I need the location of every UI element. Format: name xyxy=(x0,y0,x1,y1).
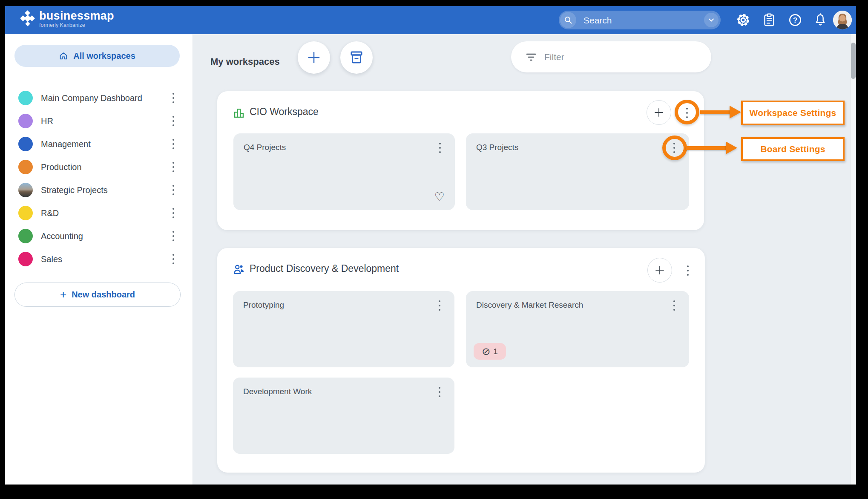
page-title: My workspaces xyxy=(210,56,280,67)
board-name: Discovery & Market Research xyxy=(476,300,583,310)
board-tile-development-work[interactable]: Development Work xyxy=(233,378,454,454)
app-window: businessmap formerly Kanbanize xyxy=(5,6,856,485)
vertical-scrollbar[interactable] xyxy=(850,34,856,485)
dashboard-color-dot xyxy=(18,252,33,266)
dashboard-label: Management xyxy=(41,139,91,149)
sidebar-item-management[interactable]: Management xyxy=(5,133,193,156)
settings-gear-icon[interactable] xyxy=(735,12,752,29)
new-dashboard-label: New dashboard xyxy=(72,290,135,300)
clipboard-icon[interactable] xyxy=(761,12,778,29)
board-name: Prototyping xyxy=(243,300,284,310)
dashboard-label: Strategic Projects xyxy=(41,185,108,195)
board-name: Q4 Projects xyxy=(244,143,286,152)
dashboard-color-dot xyxy=(18,91,33,105)
dashboard-color-dot xyxy=(18,114,33,128)
workspace-title: Product Discovery & Development xyxy=(250,263,399,274)
home-icon xyxy=(59,51,68,61)
sidebar-item-accounting[interactable]: Accounting xyxy=(5,225,193,248)
logo-text-group: businessmap formerly Kanbanize xyxy=(39,9,114,28)
sidebar-item-rnd[interactable]: R&D xyxy=(5,202,193,225)
dashboard-menu-icon[interactable] xyxy=(170,229,177,243)
dashboard-list: Main Company Dashboard HR Management Pro… xyxy=(5,87,193,271)
sidebar-item-hr[interactable]: HR xyxy=(5,110,193,133)
add-board-button[interactable] xyxy=(647,100,671,125)
sidebar-item-strategic-projects[interactable]: Strategic Projects xyxy=(5,179,193,202)
dashboard-menu-icon[interactable] xyxy=(170,114,177,128)
board-menu-icon[interactable] xyxy=(436,141,444,155)
filter-input[interactable] xyxy=(543,52,690,63)
board-menu-icon[interactable] xyxy=(436,299,443,312)
screenshot-frame: businessmap formerly Kanbanize xyxy=(0,0,868,499)
workspace-filter[interactable] xyxy=(511,41,711,72)
board-settings-callout: Board Settings xyxy=(741,137,845,161)
dashboard-menu-icon[interactable] xyxy=(170,252,177,266)
workspace-settings-callout: Workspace Settings xyxy=(741,101,845,125)
dashboard-menu-icon[interactable] xyxy=(170,206,177,220)
board-tile-discovery-market-research[interactable]: Discovery & Market Research ⊘ 1 xyxy=(466,291,689,367)
dashboard-label: HR xyxy=(41,116,53,126)
dashboard-menu-icon[interactable] xyxy=(170,160,177,174)
archive-icon[interactable] xyxy=(340,41,373,74)
workspace-settings-arrowhead-icon xyxy=(730,106,741,118)
board-settings-arrowhead-icon xyxy=(726,141,737,154)
board-tile-prototyping[interactable]: Prototyping xyxy=(233,291,454,367)
workspace-team-icon xyxy=(233,263,245,276)
sidebar-item-sales[interactable]: Sales xyxy=(5,248,193,271)
favorite-heart-icon[interactable]: ♡ xyxy=(434,191,445,202)
sidebar-item-production[interactable]: Production xyxy=(5,156,193,179)
search-input[interactable] xyxy=(583,11,691,30)
svg-text:?: ? xyxy=(793,16,798,24)
all-workspaces-label: All workspaces xyxy=(73,51,135,61)
plus-icon: + xyxy=(60,288,66,301)
user-avatar[interactable] xyxy=(833,11,852,29)
board-menu-icon[interactable] xyxy=(436,385,443,399)
workspace-settings-arrow xyxy=(700,110,731,114)
businessmap-logo-icon xyxy=(20,10,35,27)
add-board-button[interactable] xyxy=(647,258,672,283)
help-icon[interactable]: ? xyxy=(787,12,804,29)
dashboard-label: R&D xyxy=(41,208,59,218)
new-dashboard-button[interactable]: + New dashboard xyxy=(14,283,181,307)
add-workspace-button[interactable] xyxy=(298,41,330,74)
all-workspaces-button[interactable]: All workspaces xyxy=(14,45,180,67)
dashboard-label: Main Company Dashboard xyxy=(41,93,142,103)
dashboard-color-dot xyxy=(18,229,33,243)
board-tile-q3-projects[interactable]: Q3 Projects xyxy=(466,133,689,210)
dashboard-photo-avatar xyxy=(18,183,33,197)
dashboard-color-dot xyxy=(18,160,33,174)
notifications-bell-icon[interactable] xyxy=(812,12,829,29)
dashboard-color-dot xyxy=(18,137,33,151)
search-scope-chevron-icon[interactable] xyxy=(704,13,719,27)
blocked-count: 1 xyxy=(493,347,498,356)
board-tile-q4-projects[interactable]: Q4 Projects ♡ xyxy=(233,133,455,210)
workspace-settings-annotation-ring xyxy=(675,100,699,124)
dashboards-sidebar: All workspaces Main Company Dashboard HR… xyxy=(5,34,193,485)
workspace-card-product-discovery: Product Discovery & Development Prototyp… xyxy=(217,248,705,473)
blocked-cards-badge: ⊘ 1 xyxy=(474,343,506,360)
logo-subtitle: formerly Kanbanize xyxy=(39,22,114,28)
board-name: Development Work xyxy=(243,387,312,396)
board-settings-annotation-ring xyxy=(662,136,687,160)
logo-title: businessmap xyxy=(39,9,114,22)
dashboard-menu-icon[interactable] xyxy=(170,91,177,105)
board-menu-icon[interactable] xyxy=(670,299,678,312)
dashboard-menu-icon[interactable] xyxy=(170,183,177,197)
sidebar-item-main-company-dashboard[interactable]: Main Company Dashboard xyxy=(5,87,193,110)
board-name: Q3 Projects xyxy=(476,143,518,152)
top-navigation-bar: businessmap formerly Kanbanize xyxy=(5,6,856,34)
dashboard-label: Production xyxy=(41,162,82,172)
global-search[interactable] xyxy=(559,11,721,29)
scrollbar-thumb[interactable] xyxy=(851,43,856,79)
workspace-title: CIO Workspace xyxy=(250,106,319,118)
search-icon[interactable] xyxy=(560,12,576,28)
dashboard-menu-icon[interactable] xyxy=(170,137,177,151)
workspace-chart-icon xyxy=(233,107,245,119)
dashboard-label: Accounting xyxy=(41,231,83,241)
blocked-icon: ⊘ xyxy=(482,346,490,357)
sidebar-divider xyxy=(23,76,173,76)
filter-icon xyxy=(526,52,537,62)
workspace-menu-icon[interactable] xyxy=(684,264,692,277)
board-settings-arrow xyxy=(686,146,727,150)
businessmap-logo[interactable]: businessmap formerly Kanbanize xyxy=(20,9,114,28)
dashboard-label: Sales xyxy=(41,254,62,264)
